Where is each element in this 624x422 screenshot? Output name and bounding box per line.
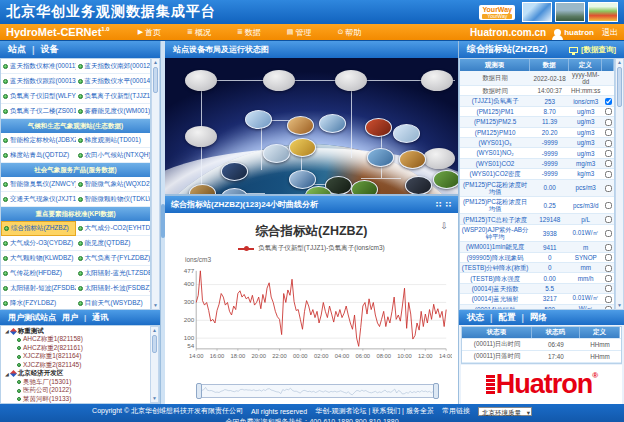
status-row[interactable]: (00011)日落时间 17:40 HHmm bbox=[462, 351, 621, 363]
list-item[interactable]: 智能微气象站(WQXD2) bbox=[76, 177, 151, 192]
tab-users[interactable]: 用户 bbox=[62, 312, 78, 323]
row-checkbox[interactable] bbox=[605, 119, 612, 126]
row-checkbox[interactable] bbox=[605, 129, 612, 136]
row-checkbox[interactable] bbox=[605, 140, 612, 147]
table-row[interactable]: 数据时间14:00:37HH:mm:ss bbox=[460, 86, 614, 96]
device-photo-node[interactable] bbox=[319, 114, 346, 133]
device-node[interactable] bbox=[263, 70, 295, 91]
scroll-up-icon[interactable]: ▲ bbox=[152, 327, 157, 334]
device-node[interactable] bbox=[185, 126, 217, 147]
device-node[interactable] bbox=[423, 148, 455, 169]
device-photo-node[interactable] bbox=[405, 176, 432, 194]
expand-icon[interactable]: ∷ ∷ bbox=[436, 200, 452, 209]
table-row[interactable]: (00014)蓝光辐射32170.01W/㎡ bbox=[460, 294, 614, 304]
list-item[interactable]: 太阳辐射-蓝光(LTZSDB) bbox=[76, 266, 151, 281]
device-photo-node[interactable] bbox=[367, 148, 394, 167]
list-item[interactable]: 大气成分-O3(CYDBZ) bbox=[1, 236, 76, 251]
table-row[interactable]: (WYS01)CO2-9999mg/m3 bbox=[460, 159, 614, 169]
tab-user-test-sites[interactable]: 用户测试站点 bbox=[8, 312, 56, 323]
tab-config[interactable]: 配置 bbox=[498, 312, 515, 324]
list-item[interactable]: 负氧离子仪二楼(ZS001) bbox=[1, 104, 76, 119]
list-item[interactable]: 蓝天指数仪标准(00011) bbox=[1, 59, 76, 74]
row-checkbox[interactable] bbox=[605, 171, 612, 178]
table-row[interactable]: (00014)蓝天指数5.5 bbox=[460, 284, 614, 294]
device-photo-node[interactable] bbox=[245, 110, 272, 129]
download-icon[interactable]: ⇩ bbox=[440, 221, 448, 231]
tab-network[interactable]: 网络 bbox=[530, 312, 547, 324]
device-photo-node[interactable] bbox=[263, 144, 290, 163]
time-range-slider[interactable] bbox=[197, 384, 438, 398]
table-row[interactable]: (999905)降水现象码0SYNOP bbox=[460, 253, 614, 263]
table-row[interactable]: (WM001)1min能见度9411m bbox=[460, 242, 614, 252]
table-row[interactable]: 数据日期2022-02-18yyyy-MM-dd bbox=[460, 71, 614, 86]
list-item[interactable]: 大气成分-CO2(EYHTDB) bbox=[76, 221, 151, 236]
table-row[interactable]: (PM125)TC总粒子浓度129148p/L bbox=[460, 214, 614, 224]
scrollbar-thumb[interactable] bbox=[617, 67, 622, 107]
device-photo-node[interactable] bbox=[365, 118, 392, 137]
table-row[interactable]: (WYS01)NO₂-9999ug/m3 bbox=[460, 148, 614, 158]
nav-help[interactable]: ⊙帮助 bbox=[337, 27, 361, 38]
table-row[interactable]: (PM125)PM1020.20ug/m3 bbox=[460, 128, 614, 138]
tab-station[interactable]: 站点 bbox=[8, 43, 26, 56]
nav-home[interactable]: ▶首页 bbox=[138, 27, 161, 38]
scrollbar-thumb[interactable] bbox=[153, 67, 158, 93]
table-row[interactable]: (PM125)PM2.511.39ug/m3 bbox=[460, 117, 614, 127]
yourway-badge[interactable]: YourWay YourWay bbox=[479, 5, 515, 20]
row-checkbox[interactable] bbox=[605, 296, 612, 303]
scrollbar-thumb[interactable] bbox=[152, 335, 157, 353]
camera-thumbnail-icon[interactable] bbox=[555, 2, 585, 22]
nav-data[interactable]: ≣数据 bbox=[237, 27, 261, 38]
device-node[interactable] bbox=[421, 70, 453, 91]
nav-manage[interactable]: ▤管理 bbox=[287, 27, 312, 38]
device-photo-node[interactable] bbox=[433, 170, 458, 189]
row-checkbox[interactable] bbox=[605, 244, 612, 251]
list-item[interactable]: 大气负离子(FYLZDBZ) bbox=[76, 251, 151, 266]
list-item[interactable]: 负氧离子仪新型(TJJZ1) bbox=[76, 89, 151, 104]
row-checkbox[interactable] bbox=[605, 185, 612, 192]
table-row[interactable]: (TJJZ1)负氧离子253ions/cm3 bbox=[460, 96, 614, 106]
tree-leaf[interactable]: 奥驰车厂(15301) bbox=[5, 378, 150, 387]
slider-handle-left[interactable] bbox=[196, 383, 202, 399]
scroll-up-icon[interactable]: ▲ bbox=[617, 59, 622, 66]
scroll-down-icon[interactable]: ▼ bbox=[617, 302, 622, 309]
tab-comms[interactable]: 通讯 bbox=[92, 312, 108, 323]
row-checkbox[interactable] bbox=[605, 150, 612, 157]
tree-leaf[interactable]: AHCZ称重1(821158) bbox=[5, 336, 150, 345]
row-checkbox[interactable] bbox=[605, 108, 612, 115]
list-item[interactable]: 气传花粉(HFDBZ) bbox=[1, 266, 76, 281]
table-scrollbar[interactable]: ▲▼ bbox=[615, 58, 624, 310]
data-query-link[interactable]: [数据查询] bbox=[569, 45, 616, 55]
tree-leaf[interactable]: XJCZ称重1(821164) bbox=[5, 353, 150, 362]
list-item[interactable]: 目前天气(WSYDBZ) bbox=[76, 296, 151, 310]
table-row[interactable]: (PM125)PC花粉浓度日均值0.25pcs/m3/d bbox=[460, 197, 614, 214]
footer-links[interactable]: 华创-观测者论坛 | 联系我们 | 服务全景 bbox=[315, 406, 434, 416]
chart-thumbnail-icon[interactable] bbox=[588, 2, 618, 22]
slider-handle-right[interactable] bbox=[433, 383, 439, 399]
table-row[interactable]: (WSP20)AJP紫外-AB分钟平均39380.01W/㎡ bbox=[460, 225, 614, 242]
nav-overview[interactable]: ≣概况 bbox=[187, 27, 211, 38]
list-item[interactable]: 蓝天指数仪水平(00014) bbox=[76, 74, 151, 89]
list-item[interactable]: 梯度观测站(TD001) bbox=[76, 133, 151, 148]
tab-device[interactable]: 设备 bbox=[41, 43, 59, 56]
row-checkbox[interactable] bbox=[605, 265, 612, 272]
device-photo-node[interactable] bbox=[399, 150, 426, 169]
device-node[interactable] bbox=[335, 70, 367, 91]
list-item[interactable]: 降水(FZYLDBZ) bbox=[1, 296, 76, 310]
list-item[interactable]: 农田小气候站(NTXQH) bbox=[76, 148, 151, 163]
tree-leaf[interactable]: 医药公司(20122) bbox=[5, 387, 150, 396]
list-item[interactable]: 大气颗粒物(KLWDBZ) bbox=[1, 251, 76, 266]
row-checkbox[interactable] bbox=[605, 230, 612, 237]
list-item-selected[interactable]: 综合指标站(ZHZBZ) bbox=[1, 221, 76, 236]
table-row[interactable]: (PM125)PC花粉浓度时均值0.00pcs/m3 bbox=[460, 180, 614, 197]
list-item[interactable]: 智能微颗粒物仪(TDKLW) bbox=[76, 192, 151, 207]
tree-node[interactable]: ◢称重测试 bbox=[5, 327, 150, 336]
table-row[interactable]: (WYS01)CO2密度-9999kg/m3 bbox=[460, 169, 614, 179]
device-photo-node[interactable] bbox=[287, 116, 314, 135]
scroll-down-icon[interactable]: ▼ bbox=[153, 302, 158, 309]
table-row[interactable]: (WYS01)O₃-9999ug/m3 bbox=[460, 138, 614, 148]
device-photo-node[interactable] bbox=[221, 162, 248, 181]
device-photo-node[interactable] bbox=[351, 180, 378, 194]
tree-leaf[interactable]: AHCZ称重2(821161) bbox=[5, 344, 150, 353]
row-checkbox[interactable] bbox=[605, 98, 612, 105]
logout-button[interactable]: 退出 bbox=[602, 27, 618, 38]
